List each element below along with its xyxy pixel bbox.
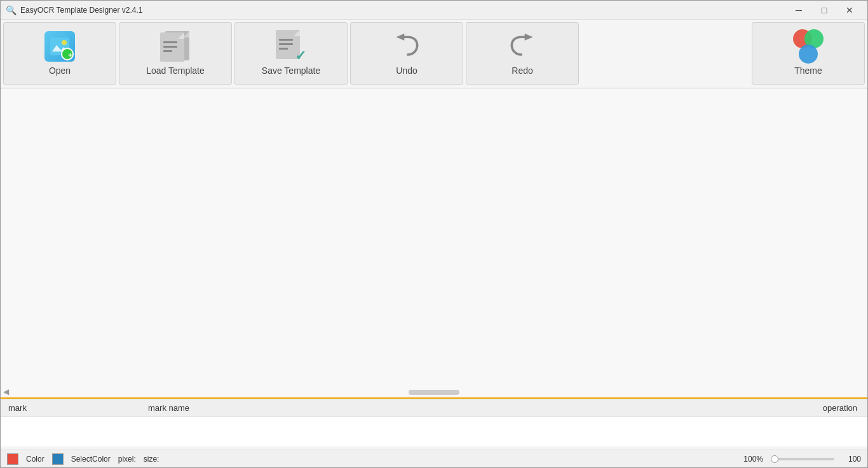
column-operation: operation <box>772 399 867 416</box>
title-bar-controls: ─ □ ✕ <box>786 1 862 19</box>
undo-icon <box>391 31 422 62</box>
toolbar: Open Load Template <box>1 20 867 88</box>
size-label: size: <box>144 455 159 464</box>
redo-icon <box>507 31 538 62</box>
open-icon <box>44 31 75 62</box>
scroll-arrow-left: ◀ <box>3 387 9 396</box>
open-label: Open <box>49 65 71 76</box>
theme-button[interactable]: Theme <box>752 22 865 85</box>
load-template-button[interactable]: Load Template <box>119 22 232 85</box>
save-template-button[interactable]: ✓ Save Template <box>234 22 348 85</box>
open-button[interactable]: Open <box>3 22 116 85</box>
zoom-percent-label: 100% <box>743 455 763 464</box>
save-template-label: Save Template <box>262 65 320 76</box>
zoom-value: 100 <box>842 455 861 464</box>
svg-marker-3 <box>396 34 404 41</box>
svg-rect-0 <box>50 38 69 55</box>
undo-button[interactable]: Undo <box>350 22 463 85</box>
toolbar-spacer <box>581 22 749 85</box>
circle-blue <box>799 45 818 64</box>
load-template-icon <box>160 31 191 62</box>
canvas-area[interactable]: ◀ <box>1 88 867 399</box>
table-body <box>1 417 867 446</box>
select-color-label: SelectColor <box>71 455 111 464</box>
zoom-thumb[interactable] <box>771 455 778 463</box>
redo-label: Redo <box>512 65 532 76</box>
pixel-label: pixel: <box>118 455 136 464</box>
color-label: Color <box>26 455 44 464</box>
maximize-button[interactable]: □ <box>811 1 837 19</box>
svg-point-2 <box>62 40 67 45</box>
minimize-button[interactable]: ─ <box>786 1 811 19</box>
theme-icon <box>793 31 824 62</box>
zoom-slider[interactable] <box>771 458 834 460</box>
color-swatch-blue <box>52 453 64 465</box>
horizontal-scrollbar[interactable] <box>409 390 459 395</box>
column-mark: mark <box>1 399 140 416</box>
zoom-slider-container <box>771 458 834 460</box>
redo-button[interactable]: Redo <box>466 22 579 85</box>
column-mark-name: mark name <box>140 399 772 416</box>
save-template-icon: ✓ <box>276 31 306 62</box>
status-bar: Color SelectColor pixel: size: 100% 100 <box>1 450 867 467</box>
undo-label: Undo <box>396 65 417 76</box>
table-area: mark mark name operation <box>1 399 867 450</box>
theme-label: Theme <box>794 65 822 76</box>
title-bar-left: 🔍 EasyOCR Template Designer v2.4.1 <box>6 5 143 15</box>
svg-marker-4 <box>525 34 533 41</box>
title-bar: 🔍 EasyOCR Template Designer v2.4.1 ─ □ ✕ <box>1 1 867 20</box>
table-header: mark mark name operation <box>1 399 867 417</box>
close-button[interactable]: ✕ <box>837 1 862 19</box>
color-swatch-red <box>7 453 18 465</box>
app-title: EasyOCR Template Designer v2.4.1 <box>20 6 143 15</box>
app-icon: 🔍 <box>6 5 17 15</box>
load-template-label: Load Template <box>146 65 205 76</box>
